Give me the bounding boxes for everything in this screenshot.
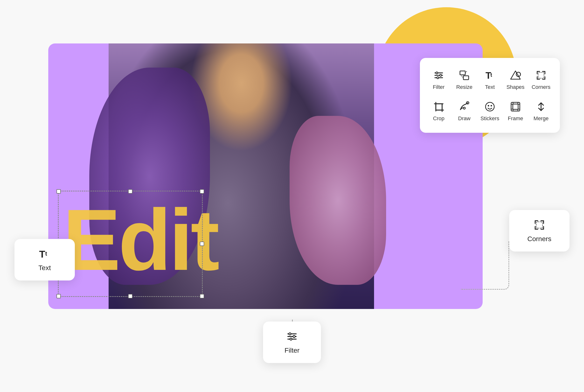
- toolbar-item-resize[interactable]: Resize: [453, 65, 476, 94]
- corners-label: Corners: [532, 84, 551, 90]
- svg-point-21: [463, 107, 465, 109]
- svg-point-43: [290, 338, 292, 340]
- toolbar-item-shapes[interactable]: Shapes: [504, 65, 527, 94]
- resize-label: Resize: [456, 84, 472, 90]
- svg-point-5: [437, 77, 439, 79]
- svg-rect-17: [436, 104, 442, 110]
- svg-rect-6: [460, 71, 465, 75]
- crop-icon: [433, 100, 445, 113]
- stickers-label: Stickers: [481, 116, 499, 122]
- filter-label: Filter: [433, 84, 445, 90]
- svg-rect-14: [538, 72, 544, 78]
- svg-rect-44: [536, 222, 543, 228]
- filter-icon: [433, 69, 445, 82]
- svg-point-22: [486, 102, 494, 111]
- toolbar-item-filter[interactable]: Filter: [427, 65, 450, 94]
- toolbar-item-crop[interactable]: Crop: [427, 96, 450, 126]
- selection-box: [58, 191, 203, 297]
- filter-icon-float: [286, 330, 298, 343]
- handle-bl[interactable]: [56, 294, 61, 298]
- shapes-icon: [509, 69, 522, 82]
- toolbar-panel: Filter Resize T t Text: [420, 58, 560, 133]
- handle-tr[interactable]: [200, 189, 204, 194]
- svg-text:t: t: [490, 72, 492, 78]
- corners-dashed-line: [461, 242, 509, 290]
- toolbar-item-frame[interactable]: Frame: [504, 96, 527, 126]
- svg-point-41: [289, 333, 291, 335]
- merge-label: Merge: [534, 116, 549, 122]
- svg-point-24: [491, 105, 492, 106]
- handle-tl[interactable]: [56, 189, 61, 194]
- toolbar-item-merge[interactable]: Merge: [530, 96, 553, 126]
- toolbar-item-draw[interactable]: Draw: [453, 96, 476, 126]
- handle-bm[interactable]: [128, 294, 132, 298]
- corners-icon-float: [533, 219, 546, 231]
- floating-text-card[interactable]: T t Text: [14, 239, 75, 280]
- svg-point-4: [440, 74, 442, 76]
- merge-icon: [535, 100, 547, 113]
- svg-point-23: [488, 105, 489, 106]
- svg-text:t: t: [45, 250, 47, 257]
- toolbar-item-corners[interactable]: Corners: [530, 65, 553, 94]
- text-card-label: Text: [38, 264, 51, 272]
- toolbar-item-text[interactable]: T t Text: [478, 65, 502, 94]
- text-icon: T t: [484, 69, 496, 82]
- frame-label: Frame: [508, 116, 523, 122]
- svg-point-3: [436, 72, 438, 74]
- svg-rect-25: [511, 102, 520, 111]
- handle-br[interactable]: [200, 294, 204, 298]
- text-label: Text: [485, 84, 495, 90]
- frame-icon: [509, 100, 522, 113]
- floating-filter-card[interactable]: Filter: [263, 322, 321, 363]
- handle-tm[interactable]: [128, 189, 132, 194]
- shapes-label: Shapes: [507, 84, 525, 90]
- svg-text:T: T: [39, 248, 45, 260]
- floating-corners-card[interactable]: Corners: [509, 210, 570, 252]
- svg-rect-7: [463, 76, 469, 80]
- draw-label: Draw: [458, 116, 470, 122]
- svg-rect-26: [513, 104, 518, 109]
- filter-card-label: Filter: [285, 346, 299, 354]
- corners-card-label: Corners: [527, 235, 552, 243]
- stickers-icon: [484, 100, 496, 113]
- resize-icon: [458, 69, 471, 82]
- toolbar-item-stickers[interactable]: Stickers: [478, 96, 502, 126]
- corners-icon-toolbar: [535, 69, 547, 82]
- crop-label: Crop: [433, 116, 445, 122]
- svg-point-42: [293, 336, 295, 338]
- handle-mr[interactable]: [200, 242, 204, 246]
- text-icon-float: T t: [38, 248, 51, 260]
- main-canvas: Edit: [48, 44, 483, 309]
- draw-icon: [458, 100, 471, 113]
